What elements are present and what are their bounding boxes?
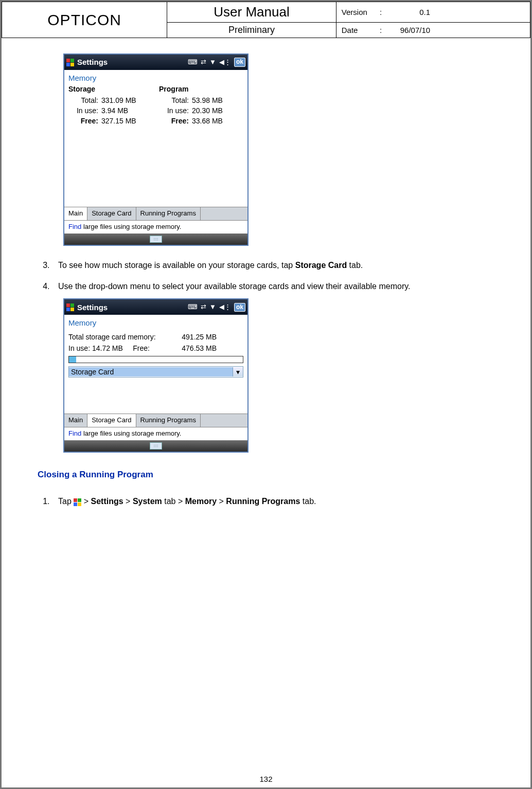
find-link[interactable]: Find [68,223,81,230]
step1-gt4: > [219,497,226,506]
usage-bar [68,356,243,363]
hint-line: Find large files using storage memory. [64,427,247,440]
usage-bar-fill [69,356,76,363]
screenshot-storage-card: Settings ⌨ ⇄ ▼ ◀⋮ ok Memory Total storag… [63,298,249,453]
section-label: Memory [64,315,247,329]
storage-column: Storage Total: 331.09 MB In use: 3.94 MB… [68,84,144,126]
step3-bold: Storage Card [295,261,347,270]
label-free: Free: [68,116,98,125]
soft-key-bar: :::: [64,440,247,452]
signal-icon[interactable]: ▼ [209,58,216,67]
storage-heading: Storage [68,84,144,94]
start-icon[interactable] [66,303,74,311]
titlebar: Settings ⌨ ⇄ ▼ ◀⋮ ok [64,299,247,315]
program-free: 33.68 MB [192,116,234,125]
label-inuse: In use: [159,106,189,115]
program-kv: Total: 53.98 MB In use: 20.30 MB Free: 3… [159,96,234,126]
step1-gt3: > [178,497,185,506]
doc-title: User Manual [167,2,336,23]
storage-dropdown[interactable]: Storage Card ▾ [68,366,243,378]
hint-rest: large files using storage memory. [81,223,181,230]
tab-main[interactable]: Main [64,207,87,220]
tab-running-programs[interactable]: Running Programs [136,414,201,427]
tabs: Main Storage Card Running Programs [64,207,247,221]
titlebar: Settings ⌨ ⇄ ▼ ◀⋮ ok [64,55,247,70]
steps-list: To see how much storage is available on … [52,256,494,295]
memory-area: Storage Total: 331.09 MB In use: 3.94 MB… [64,84,247,130]
program-heading: Program [159,84,234,94]
memory-columns: Storage Total: 331.09 MB In use: 3.94 MB… [68,84,243,126]
step3-pre: To see how much storage is available on … [58,261,295,270]
keyboard-icon[interactable]: :::: [150,442,162,450]
closing-step-1: Tap > Settings > System tab > Memory > R… [52,492,494,510]
total-value: 491.25 MB [170,332,217,342]
tab-running-programs[interactable]: Running Programs [136,207,201,220]
content: Settings ⌨ ⇄ ▼ ◀⋮ ok Memory Storage Tota… [2,38,530,511]
find-link[interactable]: Find [68,429,81,437]
hint-rest: large files using storage memory. [81,429,181,437]
date-value: 96/07/10 [389,26,430,34]
storage-card-grid: Total storage card memory: 491.25 MB In … [64,329,247,353]
step1-gt2: > [126,497,133,506]
doc-subtitle: Preliminary [167,23,336,38]
inuse-label: In use: [68,344,90,352]
meta-sep: : [380,8,387,16]
ok-button[interactable]: ok [234,303,245,312]
storage-kv: Total: 331.09 MB In use: 3.94 MB Free: 3… [68,96,144,126]
date-label: Date [342,26,378,34]
dropdown-selected: Storage Card [69,367,233,376]
path-running: Running Programs [226,497,300,506]
input-icon[interactable]: ⌨ [188,303,198,312]
program-total: 53.98 MB [192,96,234,105]
step1-gt1: > [84,497,91,506]
soft-key-bar: :::: [64,234,247,245]
volume-icon[interactable]: ◀⋮ [219,58,231,67]
program-column: Program Total: 53.98 MB In use: 20.30 MB… [159,84,234,126]
volume-icon[interactable]: ◀⋮ [219,303,231,312]
tab-main[interactable]: Main [64,414,87,427]
path-settings: Settings [91,497,123,506]
section-heading: Closing a Running Program [38,465,494,484]
step-4: Use the drop-down menu to select your av… [52,277,494,295]
document-header: OPTICON User Manual Version : 0.1 Prelim… [2,2,530,38]
date-cell: Date : 96/07/10 [336,23,530,38]
version-value: 0.1 [389,8,430,16]
signal-icon[interactable]: ▼ [209,303,216,312]
step1-pre: Tap [58,497,74,506]
input-icon[interactable]: ⌨ [188,58,198,67]
connectivity-icon[interactable]: ⇄ [201,303,206,312]
tab-storage-card[interactable]: Storage Card [87,414,136,427]
step3-post: tab. [347,261,363,270]
keyboard-icon[interactable]: :::: [150,236,162,243]
chevron-down-icon[interactable]: ▾ [233,367,243,376]
label-free: Free: [159,116,189,125]
screenshot-memory-main: Settings ⌨ ⇄ ▼ ◀⋮ ok Memory Storage Tota… [63,53,249,246]
free-value: 476.53 MB [170,344,217,353]
inuse-row: In use: 14.72 MB Free: [68,344,166,353]
program-inuse: 20.30 MB [192,106,234,115]
label-total: Total: [159,96,189,105]
page: OPTICON User Manual Version : 0.1 Prelim… [0,0,532,789]
connectivity-icon[interactable]: ⇄ [201,58,206,67]
titlebar-title: Settings [77,57,185,67]
hint-line: Find large files using storage memory. [64,221,247,234]
start-icon[interactable] [66,59,74,66]
tabs: Main Storage Card Running Programs [64,414,247,427]
meta-sep: : [380,26,387,34]
path-memory: Memory [185,497,217,506]
step-3: To see how much storage is available on … [52,256,494,274]
version-label: Version [342,8,378,16]
brand-cell: OPTICON [2,2,167,38]
ok-button[interactable]: ok [234,58,245,67]
page-number: 132 [2,775,530,783]
tab-storage-card[interactable]: Storage Card [87,207,136,220]
section-label: Memory [64,70,247,84]
start-icon [74,498,81,506]
closing-steps: Tap > Settings > System tab > Memory > R… [52,492,494,510]
titlebar-title: Settings [77,302,185,313]
storage-inuse: 3.94 MB [101,106,144,115]
label-inuse: In use: [68,106,98,115]
label-total: Total: [68,96,98,105]
free-label: Free: [133,344,150,352]
total-label: Total storage card memory: [68,332,166,342]
